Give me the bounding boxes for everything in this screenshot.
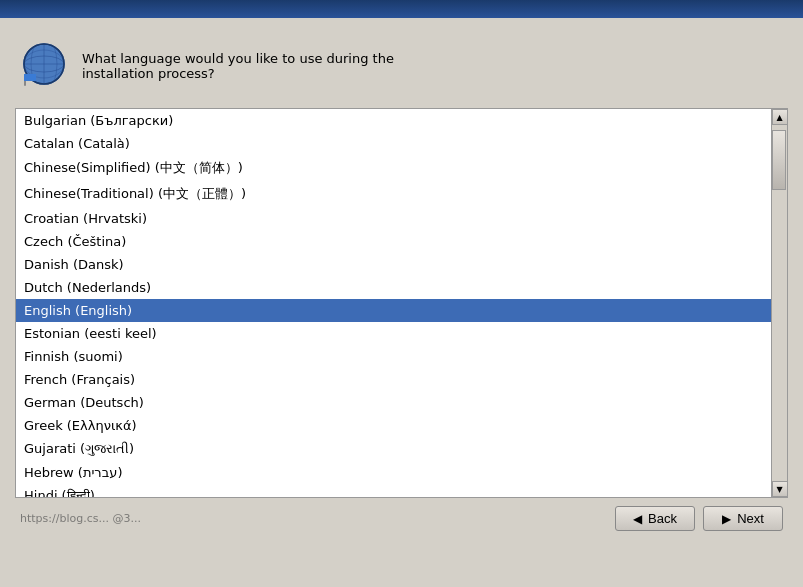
list-item[interactable]: Hindi (हिन्दी) <box>16 484 771 497</box>
list-item[interactable]: Chinese(Traditional) (中文（正體）) <box>16 181 771 207</box>
list-item[interactable]: Estonian (eesti keel) <box>16 322 771 345</box>
language-list-container: Bulgarian (Български)Catalan (Català)Chi… <box>15 108 788 498</box>
list-item[interactable]: Croatian (Hrvatski) <box>16 207 771 230</box>
header-section: What language would you like to use duri… <box>15 28 788 103</box>
list-item[interactable]: French (Français) <box>16 368 771 391</box>
list-item[interactable]: Gujarati (ગુજરાતી) <box>16 437 771 461</box>
footer-section: https://blog.cs... @3... ◀ Back ▶ Next <box>15 498 788 536</box>
globe-icon <box>20 40 68 91</box>
scrollbar-track: ▲ ▼ <box>771 109 787 497</box>
list-item[interactable]: Greek (Ελληνικά) <box>16 414 771 437</box>
list-item[interactable]: Finnish (suomi) <box>16 345 771 368</box>
list-item[interactable]: Bulgarian (Български) <box>16 109 771 132</box>
list-item[interactable]: English (English) <box>16 299 771 322</box>
next-button[interactable]: ▶ Next <box>703 506 783 531</box>
watermark: https://blog.cs... @3... <box>20 512 607 525</box>
back-button[interactable]: ◀ Back <box>615 506 695 531</box>
list-item[interactable]: German (Deutsch) <box>16 391 771 414</box>
header-text: What language would you like to use duri… <box>82 51 394 81</box>
scroll-up-button[interactable]: ▲ <box>772 109 788 125</box>
main-container: What language would you like to use duri… <box>0 18 803 546</box>
back-label: Back <box>648 511 677 526</box>
svg-rect-7 <box>24 74 36 81</box>
list-item[interactable]: Czech (Čeština) <box>16 230 771 253</box>
top-bar <box>0 0 803 18</box>
list-item[interactable]: Hebrew (עברית) <box>16 461 771 484</box>
scroll-down-button[interactable]: ▼ <box>772 481 788 497</box>
list-item[interactable]: Catalan (Català) <box>16 132 771 155</box>
list-item[interactable]: Dutch (Nederlands) <box>16 276 771 299</box>
list-item[interactable]: Danish (Dansk) <box>16 253 771 276</box>
list-item[interactable]: Chinese(Simplified) (中文（简体）) <box>16 155 771 181</box>
scrollbar-thumb[interactable] <box>772 130 786 190</box>
scrollbar-thumb-area <box>772 125 787 481</box>
next-icon: ▶ <box>722 512 731 526</box>
language-list[interactable]: Bulgarian (Български)Catalan (Català)Chi… <box>16 109 771 497</box>
next-label: Next <box>737 511 764 526</box>
back-icon: ◀ <box>633 512 642 526</box>
